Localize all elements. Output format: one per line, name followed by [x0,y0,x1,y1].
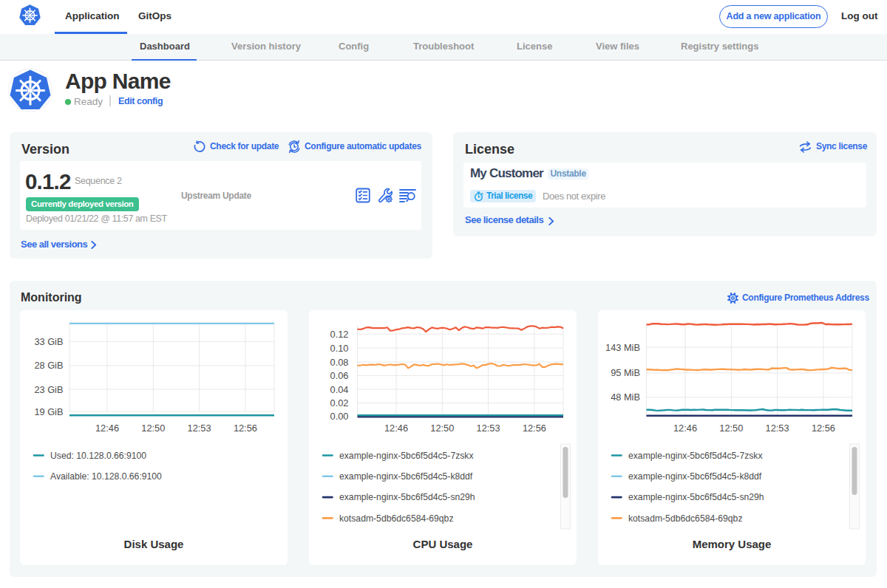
svg-text:0.06: 0.06 [330,370,349,381]
svg-text:Memory Usage: Memory Usage [693,538,772,550]
svg-text:12:46: 12:46 [95,423,119,434]
svg-text:example-nginx-5bc6f5d4c5-k8ddf: example-nginx-5bc6f5d4c5-k8ddf [628,471,762,482]
svg-text:kotsadm-5db6dc6584-69qbz: kotsadm-5db6dc6584-69qbz [628,513,742,524]
svg-text:143 MiB: 143 MiB [605,342,640,353]
svg-text:CPU Usage: CPU Usage [413,538,473,550]
svg-text:example-nginx-5bc6f5d4c5-sn29h: example-nginx-5bc6f5d4c5-sn29h [339,492,475,502]
svg-text:example-nginx-5bc6f5d4c5-7zskx: example-nginx-5bc6f5d4c5-7zskx [339,451,474,461]
svg-text:Available: 10.128.0.66:9100: Available: 10.128.0.66:9100 [50,471,162,482]
svg-text:23 GiB: 23 GiB [34,384,63,395]
svg-text:0.04: 0.04 [330,384,349,395]
svg-text:0.12: 0.12 [330,329,349,340]
svg-text:28 GiB: 28 GiB [34,360,63,371]
svg-text:example-nginx-5bc6f5d4c5-7zskx: example-nginx-5bc6f5d4c5-7zskx [628,451,763,461]
svg-text:12:50: 12:50 [141,423,165,434]
svg-text:12:56: 12:56 [234,423,257,434]
svg-text:48 MiB: 48 MiB [611,392,640,403]
svg-text:12:46: 12:46 [384,423,408,434]
svg-text:12:46: 12:46 [673,423,697,434]
svg-text:Disk Usage: Disk Usage [124,538,184,550]
svg-text:Used: 10.128.0.66:9100: Used: 10.128.0.66:9100 [50,451,146,461]
svg-text:0.00: 0.00 [330,411,349,422]
svg-text:0.02: 0.02 [330,397,349,408]
svg-text:12:56: 12:56 [523,423,546,434]
svg-text:12:56: 12:56 [812,423,835,434]
svg-text:0.08: 0.08 [330,357,349,368]
svg-text:95 MiB: 95 MiB [611,367,640,378]
svg-text:12:50: 12:50 [719,423,743,434]
svg-text:example-nginx-5bc6f5d4c5-k8ddf: example-nginx-5bc6f5d4c5-k8ddf [339,471,473,482]
svg-text:kotsadm-5db6dc6584-69qbz: kotsadm-5db6dc6584-69qbz [339,513,453,524]
svg-text:0.10: 0.10 [330,343,349,354]
svg-text:12:53: 12:53 [766,423,789,434]
svg-text:12:53: 12:53 [188,423,211,434]
svg-text:19 GiB: 19 GiB [34,406,63,417]
svg-text:12:53: 12:53 [477,423,500,434]
svg-text:12:50: 12:50 [430,423,454,434]
svg-text:33 GiB: 33 GiB [34,336,63,347]
svg-text:example-nginx-5bc6f5d4c5-sn29h: example-nginx-5bc6f5d4c5-sn29h [628,492,764,502]
